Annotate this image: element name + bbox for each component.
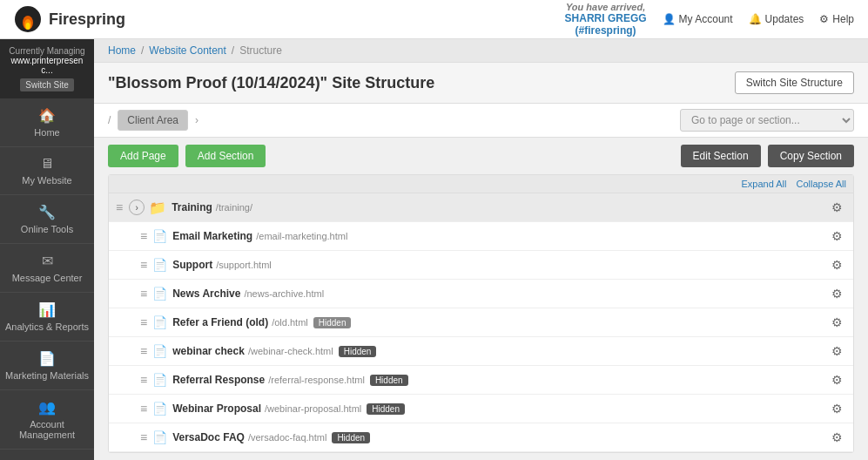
copy-section-button[interactable]: Copy Section xyxy=(768,145,854,167)
sidebar-item-online-tools[interactable]: 🔧 Online Tools xyxy=(0,195,94,244)
drag-handle[interactable]: ≡ xyxy=(140,287,147,301)
user-greeting: You have arrived, SHARRI GREGG (#firespr… xyxy=(565,2,647,37)
page-header: "Blossom Proof (10/14/2024)" Site Struct… xyxy=(94,63,868,104)
tree-row: ≡ 📄 Email Marketing /email-marketing.htm… xyxy=(109,222,853,251)
breadcrumb-home[interactable]: Home xyxy=(108,44,136,57)
drag-handle[interactable]: ≡ xyxy=(140,315,147,329)
sidebar: Currently Managing www.printerpresenc...… xyxy=(0,39,94,460)
hidden-badge: Hidden xyxy=(339,346,377,357)
gear-icon[interactable]: ⚙ xyxy=(828,227,846,245)
gear-icon[interactable]: ⚙ xyxy=(828,342,846,360)
top-header: Firespring You have arrived, SHARRI GREG… xyxy=(0,0,868,39)
page-icon: 📄 xyxy=(152,402,167,416)
marketing-icon: 📄 xyxy=(38,350,56,367)
gear-icon[interactable]: ⚙ xyxy=(828,400,846,417)
add-section-button[interactable]: Add Section xyxy=(185,145,266,167)
sidebar-item-my-website[interactable]: 🖥 My Website xyxy=(0,147,94,195)
page-icon: 📄 xyxy=(152,344,167,358)
drag-handle[interactable]: ≡ xyxy=(140,344,147,358)
tree-item-name: VersaDoc FAQ xyxy=(172,431,245,443)
main-content: Home / Website Content / Structure "Blos… xyxy=(94,39,868,460)
breadcrumb-website-content[interactable]: Website Content xyxy=(149,44,226,57)
page-icon: 📄 xyxy=(152,287,167,301)
page-icon: 📄 xyxy=(152,315,167,329)
tree-item-name: Training xyxy=(172,201,212,213)
folder-icon: 📁 xyxy=(149,200,166,216)
client-area-tab[interactable]: Client Area xyxy=(118,110,188,131)
site-url: www.printerpresenc... xyxy=(7,56,87,75)
action-bar: Add Page Add Section Edit Section Copy S… xyxy=(94,138,868,174)
drag-handle[interactable]: ≡ xyxy=(116,200,123,214)
tree-item-name: Email Marketing xyxy=(172,230,252,242)
gear-icon[interactable]: ⚙ xyxy=(828,199,846,216)
gear-icon[interactable]: ⚙ xyxy=(828,371,846,389)
updates-nav[interactable]: 🔔 Updates xyxy=(749,13,804,25)
hidden-badge: Hidden xyxy=(332,432,370,443)
tree-item-url: /webinar-proposal.html xyxy=(265,403,361,414)
sidebar-item-message-center[interactable]: ✉ Message Center xyxy=(0,244,94,293)
hidden-badge: Hidden xyxy=(367,403,405,415)
tools-icon: 🔧 xyxy=(38,204,56,220)
gear-icon[interactable]: ⚙ xyxy=(828,429,846,446)
drag-handle[interactable]: ≡ xyxy=(140,402,147,416)
gear-icon[interactable]: ⚙ xyxy=(828,314,846,331)
page-icon: 📄 xyxy=(152,373,167,387)
tree-item-url: /referral-response.html xyxy=(268,375,365,385)
tree-item-name: Support xyxy=(172,259,212,271)
tree-item-name: Webinar Proposal xyxy=(172,402,261,415)
website-icon: 🖥 xyxy=(40,156,54,172)
tree-expander[interactable]: › xyxy=(128,199,145,216)
sidebar-marketing-label: Marketing Materials xyxy=(5,370,89,381)
tree-row: ≡ › 📁 Training /training/ ⚙ xyxy=(109,193,853,222)
tree-row: ≡ 📄 Support /support.html ⚙ xyxy=(109,251,853,280)
go-to-select[interactable]: Go to page or section... xyxy=(680,109,854,132)
help-label: Help xyxy=(832,13,854,25)
help-nav[interactable]: ⚙ Help xyxy=(819,13,854,25)
tree-item-name: News Archive xyxy=(172,288,240,300)
tree-item-url: /webinar-check.html xyxy=(248,346,333,356)
tree-item-url: /versadoc-faq.html xyxy=(248,432,326,443)
sidebar-message-label: Message Center xyxy=(12,273,83,283)
drag-handle[interactable]: ≡ xyxy=(140,430,147,444)
my-account-nav[interactable]: 👤 My Account xyxy=(663,13,733,25)
tree-row: ≡ 📄 Webinar Proposal /webinar-proposal.h… xyxy=(109,395,853,423)
managing-label: Currently Managing xyxy=(7,46,87,56)
firespring-logo xyxy=(14,5,42,33)
analytics-icon: 📊 xyxy=(38,301,56,318)
sidebar-item-home[interactable]: 🏠 Home xyxy=(0,98,94,147)
edit-section-button[interactable]: Edit Section xyxy=(681,145,761,167)
tree-item-url: /news-archive.html xyxy=(244,288,324,299)
tree-item-url: /support.html xyxy=(216,260,272,270)
drag-handle[interactable]: ≡ xyxy=(140,258,147,272)
sidebar-tools-label: Online Tools xyxy=(21,224,73,234)
add-page-button[interactable]: Add Page xyxy=(108,145,178,167)
page-icon: 📄 xyxy=(152,430,167,444)
gear-icon[interactable]: ⚙ xyxy=(828,256,846,274)
bell-icon: 🔔 xyxy=(749,13,762,25)
page-icon: 📄 xyxy=(152,229,167,243)
tree-container: Expand All Collapse All ≡ › 📁 Training /… xyxy=(108,174,854,453)
sidebar-item-account-management[interactable]: 👥 Account Management xyxy=(0,390,94,450)
breadcrumb-structure: Structure xyxy=(239,44,282,57)
drag-handle[interactable]: ≡ xyxy=(140,373,147,387)
nav-arrow: / xyxy=(108,114,111,126)
logo-text: Firespring xyxy=(49,10,125,29)
drag-handle[interactable]: ≡ xyxy=(140,229,147,243)
section-nav: / Client Area › Go to page or section... xyxy=(94,104,868,138)
help-icon: ⚙ xyxy=(819,13,829,25)
gear-icon[interactable]: ⚙ xyxy=(828,285,846,302)
tree-row: ≡ 📄 VersaDoc FAQ /versadoc-faq.html Hidd… xyxy=(109,423,853,452)
breadcrumb-sep1: / xyxy=(141,44,144,57)
sidebar-item-analytics[interactable]: 📊 Analytics & Reports xyxy=(0,293,94,342)
switch-site-structure-button[interactable]: Switch Site Structure xyxy=(735,71,854,94)
switch-site-button[interactable]: Switch Site xyxy=(20,78,73,91)
expander-arrow: › xyxy=(129,200,145,215)
svg-point-3 xyxy=(26,23,30,30)
expand-all-link[interactable]: Expand All xyxy=(741,179,786,189)
action-bar-right: Edit Section Copy Section xyxy=(681,145,854,167)
sidebar-item-marketing[interactable]: 📄 Marketing Materials xyxy=(0,342,94,390)
home-icon: 🏠 xyxy=(38,107,56,124)
account-mgmt-icon: 👥 xyxy=(38,399,56,416)
tree-item-name: webinar check xyxy=(172,345,245,357)
collapse-all-link[interactable]: Collapse All xyxy=(797,179,846,189)
